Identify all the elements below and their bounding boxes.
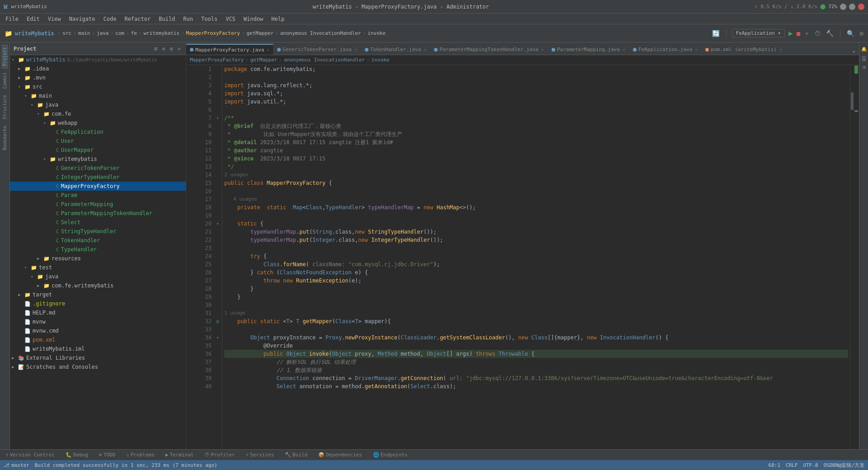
tree-integertypehandler[interactable]: C IntegerTypeHandler [10,173,186,182]
tab-pmth[interactable]: ParameterMappingTokenHandler.java ✕ [430,44,548,55]
sidebar-maven[interactable]: M [860,64,867,70]
line-separator[interactable]: CRLF [786,462,798,468]
tree-feapplication[interactable]: C FeApplication [10,127,186,136]
run-config-dropdown[interactable]: FeApplication ▾ [732,29,785,38]
bottom-dependencies[interactable]: 📦 Dependencies [316,450,363,460]
tree-com-fe[interactable]: ▾ 📁 com.fe [10,109,186,118]
bottom-version-control[interactable]: ↑ Version Control [4,450,57,460]
tree-select[interactable]: C Select [10,218,186,227]
tree-writemybatis[interactable]: ▾ 📁 writemybatis [10,155,186,164]
tree-tokenhandler[interactable]: C TokenHandler [10,236,186,245]
run-button[interactable]: ▶ [788,29,793,38]
expand-all-btn[interactable]: ⊞ [153,45,159,52]
tab-close-feapp[interactable]: ✕ [695,47,698,52]
menu-vcs[interactable]: VCS [222,15,239,23]
menu-code[interactable]: Code [100,15,120,23]
tab-pom[interactable]: pom.xml (writeMybatis) ✕ [702,44,786,55]
menu-edit[interactable]: Edit [23,15,43,23]
tab-pm[interactable]: ParameterMapping.java ✕ [548,44,629,55]
breadcrumb-mapperproxyfactory[interactable]: MapperProxyFactory [190,57,244,63]
settings-icon[interactable]: ⚙ [859,29,864,38]
tab-overflow-btn[interactable]: ▾ [849,49,859,55]
panel-hide-btn[interactable]: ✕ [176,45,182,52]
tree-gitignore[interactable]: 📄 .gitignore [10,299,186,308]
tab-feapp[interactable]: FeApplication.java ✕ [629,44,702,55]
scrollbar-thumb[interactable] [851,92,854,110]
tree-helpmd[interactable]: 📄 HELP.md [10,308,186,317]
search-icon[interactable]: 🔍 [846,29,855,38]
encoding[interactable]: UTF-8 [803,462,818,468]
bottom-build[interactable]: 🔨 Build [283,450,309,460]
tree-parametermapping[interactable]: C ParameterMapping [10,200,186,209]
bottom-todo[interactable]: ≡ TODO [97,450,117,460]
tab-generictokenparser[interactable]: GenericTokenParser.java ✕ [274,44,361,55]
tree-parametermappingtokenhandler[interactable]: C ParameterMappingTokenHandler [10,209,186,218]
cursor-position[interactable]: 68:1 [769,462,781,468]
tree-idea[interactable]: ▶ 📁 .idea [10,64,186,73]
bottom-terminal[interactable]: ▶ Terminal [164,450,196,460]
sidebar-item-commit[interactable]: Commit [1,70,8,91]
tree-com-fe-writemybatis[interactable]: ▶ 📁 com.fe.writemybatis [10,281,186,290]
bottom-endpoints[interactable]: 🌐 Endpoints [371,450,410,460]
tree-scratches[interactable]: ▶ 📝 Scratches and Consoles [10,362,186,371]
bottom-services[interactable]: ⚡ Services [244,450,276,460]
tree-generictokenparser[interactable]: C GenericTokenParser [10,164,186,173]
tree-pomxml[interactable]: 📄 pom.xml [10,335,186,344]
tree-typehandler[interactable]: C TypeHandler [10,245,186,254]
tab-close-mapper[interactable]: ✕ [267,47,269,52]
menu-file[interactable]: File [2,15,22,23]
tab-mapperproxyfactory[interactable]: MapperProxyFactory.java ✕ [186,44,274,55]
stop-button[interactable]: ■ [797,30,800,37]
vertical-scrollbar[interactable] [850,65,854,449]
tree-resources[interactable]: ▶ 📁 resources [10,254,186,263]
menu-run[interactable]: Run [179,15,197,23]
fold-arrow-7[interactable]: ▾ [217,116,219,120]
tab-close-th[interactable]: ✕ [424,47,426,52]
tree-webapp[interactable]: ▾ 📁 webapp [10,118,186,127]
tree-mvnwcmd[interactable]: 📄 mvnw.cmd [10,326,186,335]
close-button[interactable] [858,4,864,10]
tree-test-java[interactable]: ▾ 📁 java [10,272,186,281]
fold-arrow-20[interactable]: ▾ [217,221,219,226]
tab-close-pmth[interactable]: ✕ [541,47,544,52]
tab-close-pom[interactable]: ✕ [779,47,782,52]
sidebar-item-project[interactable]: Project [1,44,8,69]
breadcrumb-getmapper[interactable]: getMapper [250,57,278,63]
tree-usermapper[interactable]: C UserMapper [10,146,186,155]
menu-build[interactable]: Build [155,15,179,23]
fold-arrow-34[interactable]: ▾ [217,335,219,340]
tree-test[interactable]: ▾ 📁 test [10,263,186,272]
tree-user[interactable]: C User [10,136,186,146]
tree-iml[interactable]: 📄 writeMybatis.iml [10,344,186,353]
tree-external-libs[interactable]: ▶ 📚 External Libraries [10,353,186,362]
sidebar-item-bookmarks[interactable]: Bookmarks [1,123,8,153]
collapse-all-btn[interactable]: ≡ [160,45,166,52]
tree-stringtypehandler[interactable]: C StringTypeHandler [10,227,186,236]
tree-java[interactable]: ▾ 📁 java [10,100,186,109]
minimize-button[interactable] [840,4,846,10]
tree-mvnw[interactable]: 📄 mvnw [10,317,186,326]
menu-window[interactable]: Window [240,15,267,23]
sidebar-item-structure[interactable]: Structure [1,92,8,122]
maximize-button[interactable] [849,4,855,10]
code-content[interactable]: package com.fe.writemybatis; import java… [222,65,850,449]
sidebar-notifications[interactable]: 🔔 [860,44,867,53]
tree-main[interactable]: ▾ 📁 main [10,91,186,100]
breadcrumb-anon-handler[interactable]: anonymous InvocationHandler [284,57,365,63]
sidebar-database[interactable]: DB [860,54,867,63]
tab-tokenhandler[interactable]: TokenHandler.java ✕ [361,44,431,55]
tree-target[interactable]: ▶ 📁 target [10,290,186,299]
profiler-run-icon[interactable]: ⏱ [813,29,821,38]
coverage-icon[interactable]: ⚡ [804,29,809,38]
sync-icon[interactable]: 🔄 [711,29,721,38]
menu-view[interactable]: View [44,15,65,23]
menu-navigate[interactable]: Navigate [66,15,99,23]
build-icon[interactable]: 🔨 [825,29,835,38]
tab-close-gtp[interactable]: ✕ [354,47,357,52]
tree-param[interactable]: C Param [10,191,186,200]
tab-close-pm[interactable]: ✕ [623,47,625,52]
menu-help[interactable]: Help [268,15,288,23]
panel-settings-btn[interactable]: ⚙ [169,45,175,52]
tree-mapperproxyfactory[interactable]: C MapperProxyFactory [10,182,186,191]
bottom-profiler[interactable]: ⏱ Profiler [203,450,236,460]
